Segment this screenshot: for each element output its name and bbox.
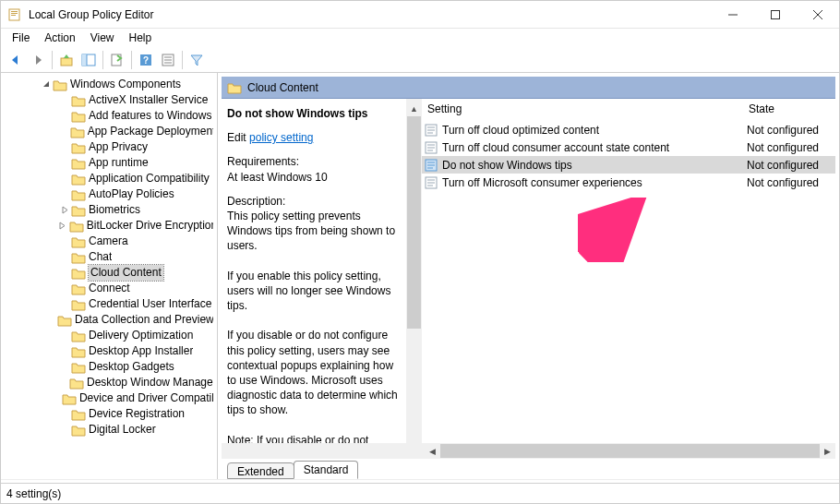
tab-standard[interactable]: Standard (294, 461, 359, 479)
column-header-state[interactable]: State (743, 99, 835, 121)
folder-icon (71, 282, 86, 295)
tree-node[interactable]: Cloud Content (1, 265, 217, 281)
description-scrollbar[interactable]: ▲ (406, 99, 422, 443)
tree-label: Desktop Window Manager (87, 375, 213, 390)
list-row[interactable]: Turn off Microsoft consumer experiencesN… (422, 174, 835, 191)
tree-node[interactable]: ActiveX Installer Service (1, 92, 217, 108)
tree-label: Cloud Content (89, 265, 163, 281)
back-button[interactable] (5, 49, 27, 71)
tree-node[interactable]: Connect (1, 281, 217, 296)
tree-node[interactable]: Device Registration (1, 406, 217, 422)
close-button[interactable] (797, 1, 839, 29)
tree-node[interactable]: AutoPlay Policies (1, 186, 217, 202)
svg-rect-2 (11, 13, 18, 14)
status-text: 4 setting(s) (6, 487, 61, 500)
view-tabs: Extended Standard (222, 459, 835, 479)
menubar: File Action View Help (1, 29, 839, 47)
svg-rect-10 (82, 54, 87, 66)
list-row[interactable]: Turn off cloud optimized contentNot conf… (422, 121, 835, 138)
tree-node[interactable]: App Package Deployment (1, 124, 217, 139)
expand-icon[interactable] (58, 206, 71, 214)
properties-button[interactable] (157, 49, 179, 71)
scroll-thumb[interactable] (407, 116, 421, 329)
menu-help[interactable]: Help (122, 30, 160, 46)
description-text: Note: If you disable or do not configure… (227, 433, 399, 443)
tree-node[interactable]: Desktop App Installer (1, 343, 217, 359)
export-button[interactable] (106, 49, 128, 71)
tree-pane[interactable]: Windows Components ActiveX Installer Ser… (1, 73, 218, 479)
svg-rect-8 (61, 58, 72, 66)
tree-node[interactable]: Camera (1, 234, 217, 249)
menu-file[interactable]: File (5, 30, 37, 46)
tree-node[interactable]: Add features to Windows (1, 108, 217, 124)
policy-icon (424, 123, 438, 138)
tree-node[interactable]: Device and Driver Compatibility (1, 390, 217, 406)
help-button[interactable]: ? (135, 49, 157, 71)
tree-node[interactable]: Application Compatibility (1, 171, 217, 186)
description-label: Description: (227, 195, 285, 208)
maximize-button[interactable] (754, 1, 797, 29)
app-icon (8, 7, 23, 22)
tree-node[interactable]: Credential User Interface (1, 296, 217, 312)
tree-node[interactable]: Biometrics (1, 202, 217, 218)
folder-icon (70, 126, 85, 138)
tree-node[interactable]: Digital Locker (1, 422, 217, 438)
minimize-button[interactable] (712, 1, 754, 29)
folder-icon (71, 141, 86, 154)
list-horizontal-scrollbar[interactable]: ◀ ▶ (222, 443, 835, 459)
folder-icon (227, 81, 242, 94)
body: Windows Components ActiveX Installer Ser… (1, 73, 839, 479)
description-text: If you disable or do not configure this … (227, 328, 399, 417)
list-row[interactable]: Turn off cloud consumer account state co… (422, 138, 835, 156)
tree-node[interactable]: BitLocker Drive Encryption (1, 218, 217, 234)
scroll-right-icon[interactable]: ▶ (820, 444, 835, 458)
folder-icon (62, 392, 77, 405)
category-title: Cloud Content (247, 81, 318, 94)
tree-node-parent[interactable]: Windows Components (1, 77, 217, 92)
toolbar-separator (102, 51, 103, 69)
setting-label: Turn off cloud consumer account state co… (442, 141, 669, 154)
description-panel: Do not show Windows tips Edit policy set… (222, 99, 406, 443)
tree-node[interactable]: Data Collection and Preview Builds (1, 312, 217, 328)
scroll-left-icon[interactable]: ◀ (425, 444, 440, 458)
tree-node[interactable]: Desktop Window Manager (1, 375, 217, 390)
folder-icon (71, 251, 86, 264)
gpedit-window: Local Group Policy Editor File Action Vi… (0, 0, 840, 504)
edit-policy-link[interactable]: policy setting (249, 131, 313, 144)
up-button[interactable] (55, 49, 78, 71)
menu-action[interactable]: Action (37, 30, 82, 46)
folder-icon (71, 345, 86, 358)
column-header-setting[interactable]: Setting (422, 99, 743, 121)
tree-label: Application Compatibility (89, 171, 210, 186)
tree-node[interactable]: App Privacy (1, 139, 217, 155)
tree-label: BitLocker Drive Encryption (87, 218, 213, 234)
svg-text:?: ? (143, 55, 149, 66)
tree-label: Windows Components (70, 77, 181, 92)
scroll-thumb[interactable] (440, 444, 820, 458)
toolbar-separator (182, 51, 183, 69)
expand-icon[interactable] (56, 222, 69, 230)
show-hide-tree-button[interactable] (78, 49, 100, 71)
collapse-icon[interactable] (40, 80, 53, 89)
list-row[interactable]: Do not show Windows tipsNot configured (422, 156, 835, 174)
tree-label: AutoPlay Policies (89, 186, 174, 202)
tree-label: Add features to Windows (89, 108, 211, 124)
filter-button[interactable] (186, 49, 208, 71)
forward-button[interactable] (27, 49, 49, 71)
description-text: This policy setting prevents Windows tip… (227, 210, 395, 252)
tree-node[interactable]: Chat (1, 249, 217, 265)
tree-node[interactable]: Delivery Optimization (1, 328, 217, 343)
menu-view[interactable]: View (83, 30, 122, 46)
setting-state: Not configured (743, 176, 835, 189)
tree-label: Desktop Gadgets (89, 359, 174, 375)
description-text: If you enable this policy setting, users… (227, 269, 399, 314)
scroll-up-icon[interactable]: ▲ (407, 101, 421, 116)
statusbar: 4 setting(s) (1, 483, 839, 503)
tree-node[interactable]: Desktop Gadgets (1, 359, 217, 375)
folder-icon (71, 408, 86, 421)
right-pane: Cloud Content Do not show Windows tips E… (218, 73, 839, 479)
tab-extended[interactable]: Extended (227, 462, 294, 479)
selected-setting-name: Do not show Windows tips (227, 106, 399, 121)
tree-label: Device and Driver Compatibility (79, 390, 213, 406)
tree-node[interactable]: App runtime (1, 155, 217, 171)
